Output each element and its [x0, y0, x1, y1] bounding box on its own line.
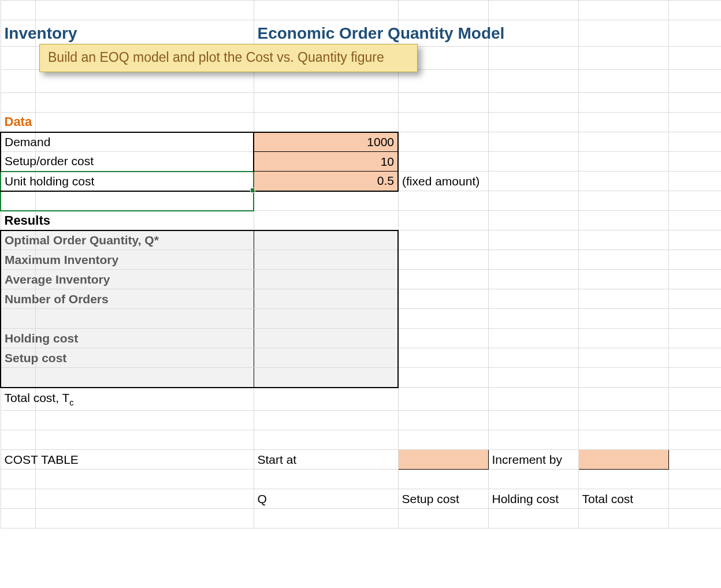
- header-total-cost: Total cost: [582, 492, 634, 506]
- cell-max-inventory-value[interactable]: [254, 250, 398, 270]
- label-holding-cost: Unit holding cost: [5, 174, 94, 188]
- cell-blank2[interactable]: [254, 368, 398, 388]
- cell-avg-inventory-value[interactable]: [254, 270, 398, 289]
- section-cost-table: COST TABLE: [5, 453, 79, 467]
- cell-holding-cost-res-value[interactable]: [254, 329, 398, 348]
- label-start-at: Start at: [254, 450, 398, 470]
- cell-increment-by-value[interactable]: [578, 450, 668, 470]
- label-q-star: Optimal Order Quantity, Q*: [5, 233, 159, 247]
- cell-blank1[interactable]: [254, 309, 398, 329]
- header-q: Q: [254, 489, 398, 509]
- cell-setup-cost-res-value[interactable]: [254, 348, 398, 368]
- label-demand: Demand: [5, 135, 50, 149]
- sticky-note[interactable]: Build an EOQ model and plot the Cost vs.…: [39, 44, 418, 72]
- cell-q-star-value[interactable]: [254, 230, 398, 250]
- header-setup-cost: Setup cost: [398, 489, 488, 509]
- spreadsheet-grid[interactable]: Inventory Economic Order Quantity Model …: [0, 0, 721, 529]
- label-total-cost: Total cost, Tc: [5, 391, 74, 407]
- cell-holding-cost-value[interactable]: 0.5: [254, 172, 398, 191]
- section-data: Data: [5, 114, 32, 129]
- header-holding-cost: Holding cost: [492, 492, 559, 506]
- label-holding-cost-res: Holding cost: [5, 332, 78, 345]
- cell-setup-cost-value[interactable]: 10: [254, 152, 398, 172]
- title-eoq: Economic Order Quantity Model: [258, 24, 505, 43]
- label-increment-by: Increment by: [492, 453, 562, 467]
- label-setup-cost: Setup/order cost: [5, 154, 94, 168]
- label-fixed-amount: (fixed amount): [402, 174, 480, 188]
- cell-num-orders-value[interactable]: [254, 289, 398, 309]
- cell-start-at-value[interactable]: [398, 450, 488, 470]
- cell-demand-value[interactable]: 1000: [254, 132, 398, 152]
- label-max-inventory: Maximum Inventory: [5, 253, 118, 267]
- label-num-orders: Number of Orders: [5, 292, 109, 306]
- label-setup-cost-res: Setup cost: [5, 351, 66, 365]
- title-inventory: Inventory: [5, 24, 77, 43]
- section-results: Results: [5, 213, 50, 228]
- label-avg-inventory: Average Inventory: [5, 273, 110, 286]
